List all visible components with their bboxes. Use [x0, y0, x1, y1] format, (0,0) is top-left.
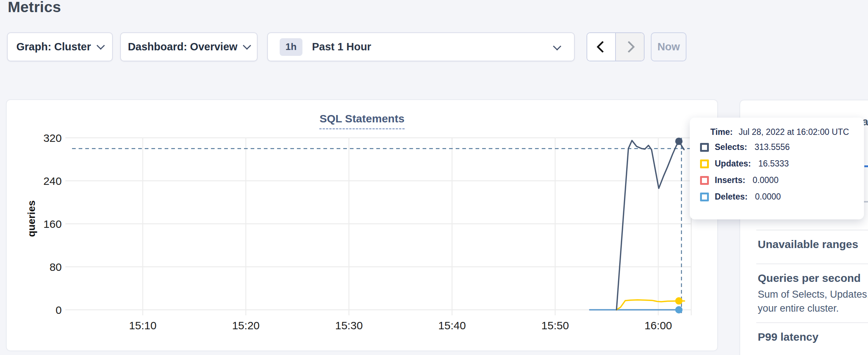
chevron-down-icon [96, 41, 105, 50]
sidebar-heading-unavailable-ranges: Unavailable ranges [758, 238, 858, 251]
sidebar-heading-queries-per-second: Queries per second [758, 272, 861, 284]
time-range-label: Past 1 Hour [312, 41, 371, 53]
time-range-select[interactable]: 1h Past 1 Hour [267, 32, 575, 61]
clipped-link-fragment [864, 165, 868, 167]
tooltip-series-value: 0.0000 [753, 175, 778, 185]
graph-select-label: Graph: Cluster [16, 41, 91, 53]
tooltip-time-row: Time:Jul 28, 2022 at 16:02:00 UTC [710, 127, 864, 137]
sql-statements-card [7, 100, 717, 351]
prev-time-button[interactable] [587, 33, 616, 61]
chart-title-wrap: SQL Statements [7, 112, 717, 129]
divider [756, 263, 868, 264]
sidebar-description-line: Sum of Selects, Updates, Inser [758, 289, 868, 300]
chevron-down-icon [243, 41, 251, 50]
chart-title[interactable]: SQL Statements [319, 112, 404, 129]
tooltip-series-value: 16.5333 [758, 159, 789, 169]
y-axis-label: queries [26, 200, 37, 237]
divider [756, 230, 868, 230]
dashboard-select-label: Dashboard: Overview [128, 41, 237, 53]
tooltip-series-value: 0.0000 [755, 192, 781, 202]
tooltip-time-value: Jul 28, 2022 at 16:02:00 UTC [739, 127, 849, 137]
chevron-down-icon [553, 42, 562, 50]
dashboard-select[interactable]: Dashboard: Overview [120, 32, 258, 61]
next-time-button[interactable] [616, 33, 644, 61]
tooltip-series-value: 313.5556 [754, 142, 790, 152]
selects-swatch-icon [700, 143, 709, 152]
chart-tooltip: Time:Jul 28, 2022 at 16:02:00 UTC Select… [690, 118, 864, 219]
tooltip-series-label: Updates: [715, 159, 751, 169]
sidebar-heading-p99-latency: P99 latency [758, 331, 818, 343]
metrics-page: Metrics Graph: Cluster Dashboard: Overvi… [0, 0, 868, 355]
page-title: Metrics [8, 0, 61, 16]
time-range-badge: 1h [280, 38, 302, 56]
time-pager [587, 32, 645, 61]
divider [756, 322, 868, 323]
tooltip-row-updates: Updates: 16.5333 [700, 159, 864, 169]
tooltip-row-selects: Selects: 313.5556 [700, 142, 864, 152]
sidebar-description-line: your entire cluster. [758, 303, 839, 314]
clipped-content-fragment [864, 201, 868, 202]
tooltip-series-label: Deletes: [715, 192, 747, 202]
tooltip-series-label: Inserts: [715, 175, 745, 185]
chevron-left-icon [596, 41, 609, 53]
graph-select[interactable]: Graph: Cluster [7, 32, 113, 61]
tooltip-time-label: Time: [710, 127, 733, 137]
updates-swatch-icon [700, 159, 709, 168]
tooltip-row-inserts: Inserts: 0.0000 [700, 175, 864, 185]
tooltip-row-deletes: Deletes: 0.0000 [700, 192, 864, 202]
chevron-right-icon [623, 41, 635, 53]
now-button[interactable]: Now [651, 32, 686, 61]
inserts-swatch-icon [700, 176, 709, 185]
tooltip-series-label: Selects: [715, 142, 747, 152]
deletes-swatch-icon [700, 193, 709, 201]
